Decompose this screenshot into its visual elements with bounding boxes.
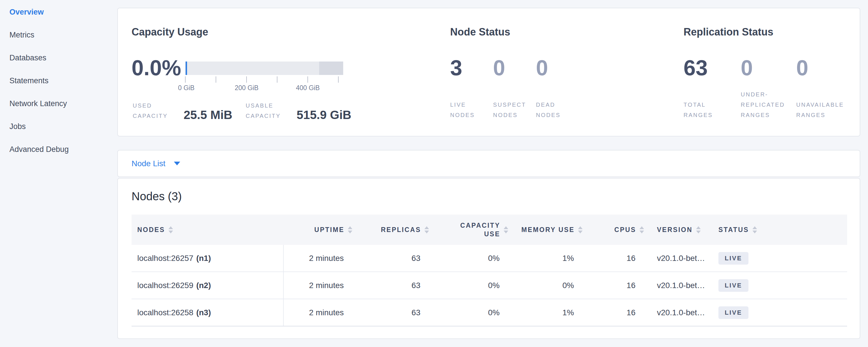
column-header-uptime[interactable]: UPTIME (284, 225, 352, 234)
sidebar: Overview Metrics Databases Statements Ne… (9, 1, 113, 161)
sidebar-item-advanced-debug[interactable]: Advanced Debug (9, 138, 113, 161)
sidebar-item-jobs[interactable]: Jobs (9, 115, 113, 138)
capacity-gauge-bar (185, 62, 343, 75)
node-status-cell: LIVE (713, 299, 847, 326)
nodes-heading: Nodes (3) (131, 190, 860, 203)
node-list-dropdown-label: Node List (131, 159, 165, 168)
node-memory-use: 1% (508, 299, 583, 326)
sidebar-item-statements[interactable]: Statements (9, 69, 113, 92)
node-cpus: 16 (583, 299, 644, 326)
dead-nodes-label: DEAD NODES (536, 99, 561, 120)
sort-icon (752, 226, 757, 233)
column-header-status[interactable]: STATUS (713, 225, 847, 234)
node-uptime: 2 minutes (284, 299, 352, 326)
used-capacity-label: USED CAPACITY (133, 100, 184, 121)
sort-icon (168, 226, 173, 233)
under-replicated-ranges-label: UNDER- REPLICATED RANGES (741, 89, 796, 120)
sort-icon (640, 226, 644, 233)
view-selector-card: Node List (117, 150, 860, 177)
node-replicas: 63 (352, 299, 429, 326)
table-row-node-3[interactable]: localhost:26258 (n3) 2 minutes 63 0% 1% … (131, 299, 847, 326)
replication-status-section: Replication Status 63 0 0 TOTAL RANGES U… (684, 8, 855, 136)
suspect-nodes-label: SUSPECT NODES (493, 99, 536, 120)
capacity-usage-title: Capacity Usage (131, 26, 208, 38)
chevron-down-icon (174, 162, 180, 165)
status-badge: LIVE (718, 252, 748, 264)
column-header-capacity-use[interactable]: CAPACITY USE (429, 221, 508, 238)
node-replicas: 63 (352, 245, 429, 272)
sort-icon (696, 226, 701, 233)
sort-icon (504, 226, 508, 233)
node-address: localhost:26258 (n3) (131, 299, 284, 326)
sidebar-item-databases[interactable]: Databases (9, 46, 113, 69)
column-header-nodes[interactable]: NODES (131, 225, 284, 234)
nodes-table: NODES UPTIME REPLICAS CAPACITY USE MEMOR… (131, 215, 847, 326)
total-ranges-count: 63 (684, 56, 741, 80)
node-version: v20.1.0-bet… (644, 272, 713, 298)
sort-icon (578, 226, 583, 233)
suspect-nodes-count: 0 (493, 56, 536, 80)
node-uptime: 2 minutes (284, 245, 352, 272)
node-status-section: Node Status 3 0 0 LIVE NODES SUSPECT NOD… (450, 8, 676, 136)
live-nodes-label: LIVE NODES (450, 99, 493, 120)
column-header-memory-use[interactable]: MEMORY USE (508, 225, 583, 234)
node-version: v20.1.0-bet… (644, 245, 713, 272)
capacity-gauge: 0 GiB 200 GiB 400 GiB (185, 62, 343, 93)
node-replicas: 63 (352, 272, 429, 298)
node-version: v20.1.0-bet… (644, 299, 713, 326)
node-status-title: Node Status (450, 26, 510, 38)
usable-capacity-value: 515.9 GiB (297, 108, 351, 122)
node-address: localhost:26259 (n2) (131, 272, 284, 298)
column-header-replicas[interactable]: REPLICAS (352, 225, 429, 234)
usable-capacity-label: USABLE CAPACITY (246, 100, 297, 121)
total-ranges-label: TOTAL RANGES (684, 99, 741, 120)
table-row-node-2[interactable]: localhost:26259 (n2) 2 minutes 63 0% 0% … (131, 272, 847, 299)
used-capacity-value: 25.5 MiB (184, 108, 239, 122)
under-replicated-ranges-count: 0 (741, 56, 796, 80)
node-capacity-use: 0% (429, 272, 508, 298)
node-status-cell: LIVE (713, 272, 847, 298)
dead-nodes-count: 0 (536, 56, 548, 80)
capacity-gauge-axis (185, 76, 343, 84)
node-cpus: 16 (583, 245, 644, 272)
node-capacity-use: 0% (429, 299, 508, 326)
nodes-table-card: Nodes (3) NODES UPTIME REPLICAS CAPACITY… (117, 178, 860, 339)
sort-icon (425, 226, 429, 233)
node-memory-use: 1% (508, 245, 583, 272)
cluster-summary-card: Capacity Usage 0.0% 0 GiB 200 GiB 400 Gi… (117, 8, 860, 136)
capacity-used-percent: 0.0% (131, 56, 181, 93)
node-status-cell: LIVE (713, 245, 847, 272)
node-memory-use: 0% (508, 272, 583, 298)
sidebar-item-overview[interactable]: Overview (9, 1, 113, 24)
column-header-cpus[interactable]: CPUS (583, 225, 644, 234)
status-badge: LIVE (718, 306, 748, 319)
gauge-tick-label-200: 200 GiB (235, 84, 258, 92)
node-list-dropdown[interactable]: Node List (131, 159, 180, 168)
unavailable-ranges-count: 0 (796, 56, 808, 80)
capacity-gauge-used-fill (186, 62, 187, 75)
node-capacity-use: 0% (429, 245, 508, 272)
capacity-gauge-other-fill (319, 62, 343, 75)
sidebar-item-network-latency[interactable]: Network Latency (9, 92, 113, 115)
node-address: localhost:26257 (n1) (131, 245, 284, 272)
gauge-tick-label-400: 400 GiB (296, 84, 320, 92)
capacity-usage-section: Capacity Usage 0.0% 0 GiB 200 GiB 400 Gi… (131, 8, 440, 136)
nodes-table-header: NODES UPTIME REPLICAS CAPACITY USE MEMOR… (131, 215, 847, 245)
gauge-tick-label-0: 0 GiB (178, 84, 194, 92)
column-header-version[interactable]: VERSION (644, 225, 713, 234)
sidebar-item-metrics[interactable]: Metrics (9, 24, 113, 46)
live-nodes-count: 3 (450, 56, 493, 80)
status-badge: LIVE (718, 279, 748, 292)
node-uptime: 2 minutes (284, 272, 352, 298)
sort-icon (348, 226, 352, 233)
unavailable-ranges-label: UNAVAILABLE RANGES (796, 99, 844, 120)
table-row-node-1[interactable]: localhost:26257 (n1) 2 minutes 63 0% 1% … (131, 245, 847, 272)
node-cpus: 16 (583, 272, 644, 298)
replication-status-title: Replication Status (684, 26, 773, 38)
